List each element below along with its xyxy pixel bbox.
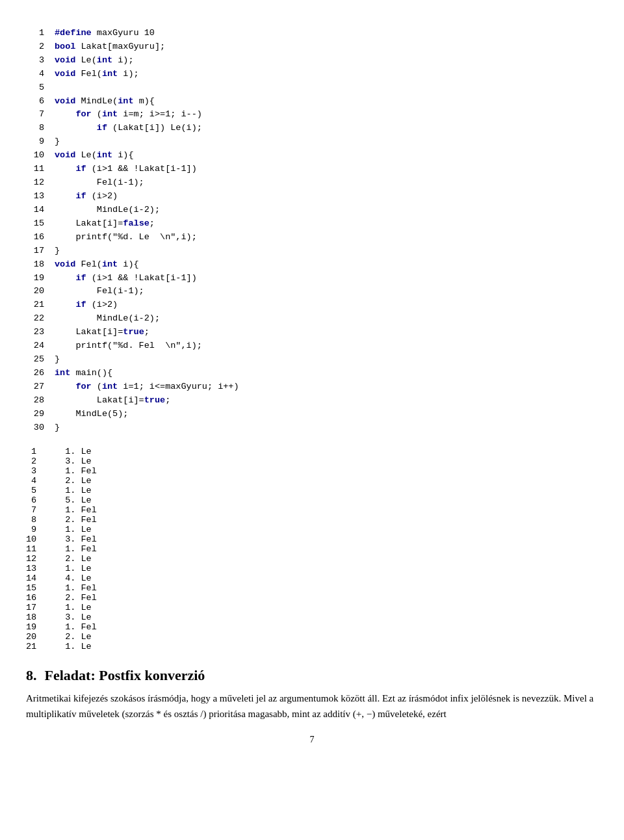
line-number: 18	[26, 258, 44, 272]
line-number: 5	[26, 81, 44, 95]
output-row-value: 1. Fel	[65, 505, 97, 515]
line-code: Lakat[i]=true;	[55, 326, 150, 339]
line-code: printf("%d. Fel \n",i);	[55, 339, 202, 353]
line-number: 16	[26, 231, 44, 244]
output-row-value: 3. Le	[65, 456, 97, 466]
code-line: 11 if (i>1 && !Lakat[i-1])	[26, 163, 598, 176]
output-row-number: 4	[26, 476, 39, 486]
code-line: 14 MindLe(i-2);	[26, 203, 598, 217]
line-number: 23	[26, 326, 44, 339]
line-number: 27	[26, 380, 44, 394]
line-code: void Fel(int i);	[55, 68, 139, 81]
line-code: int main(){	[55, 367, 112, 380]
code-line: 25}	[26, 353, 598, 367]
line-number: 12	[26, 176, 44, 190]
line-number: 6	[26, 95, 44, 109]
code-line: 18void Fel(int i){	[26, 258, 598, 272]
code-line: 17}	[26, 244, 598, 258]
line-code: #define maxGyuru 10	[55, 27, 155, 40]
line-code: printf("%d. Le \n",i);	[55, 231, 197, 244]
code-line: 15 Lakat[i]=false;	[26, 217, 598, 231]
code-line: 2bool Lakat[maxGyuru];	[26, 40, 598, 54]
output-row-value: 1. Le	[65, 564, 97, 573]
line-code: Fel(i-1);	[55, 176, 144, 190]
code-line: 28 Lakat[i]=true;	[26, 394, 598, 408]
output-row-number: 21	[26, 642, 39, 651]
line-number: 11	[26, 163, 44, 176]
line-code: if (i>1 && !Lakat[i-1])	[55, 163, 197, 176]
code-line: 4void Fel(int i);	[26, 68, 598, 81]
line-number: 22	[26, 312, 44, 326]
output-row-number: 1	[26, 447, 39, 456]
output-row-value: 1. Fel	[65, 622, 97, 632]
line-code: void Fel(int i){	[55, 258, 139, 272]
line-code: if (i>2)	[55, 190, 118, 203]
line-code: for (int i=m; i>=1; i--)	[55, 108, 202, 122]
output-row-number: 3	[26, 466, 39, 476]
code-line: 26int main(){	[26, 367, 598, 380]
output-block: 11. Le23. Le31. Fel42. Le51. Le65. Le71.…	[26, 447, 598, 651]
code-line: 23 Lakat[i]=true;	[26, 326, 598, 339]
output-row-number: 10	[26, 534, 39, 544]
output-row-number: 6	[26, 495, 39, 505]
output-row-value: 1. Le	[65, 486, 97, 495]
output-row-number: 9	[26, 525, 39, 534]
output-row-number: 7	[26, 505, 39, 515]
line-number: 17	[26, 244, 44, 258]
line-code: void Le(int i);	[55, 54, 134, 68]
line-code: if (Lakat[i]) Le(i);	[55, 122, 202, 135]
line-number: 7	[26, 108, 44, 122]
output-row-value: 3. Fel	[65, 534, 97, 544]
output-row-number: 13	[26, 564, 39, 573]
output-row-number: 20	[26, 632, 39, 642]
line-number: 25	[26, 353, 44, 367]
code-line: 27 for (int i=1; i<=maxGyuru; i++)	[26, 380, 598, 394]
line-code: MindLe(5);	[55, 408, 128, 421]
code-line: 3void Le(int i);	[26, 54, 598, 68]
code-line: 29 MindLe(5);	[26, 408, 598, 421]
code-block: 1#define maxGyuru 102bool Lakat[maxGyuru…	[26, 13, 598, 435]
code-line: 20 Fel(i-1);	[26, 285, 598, 298]
output-row-number: 15	[26, 583, 39, 593]
line-code: void Le(int i){	[55, 149, 134, 163]
code-line: 9}	[26, 135, 598, 149]
line-number: 26	[26, 367, 44, 380]
code-line: 16 printf("%d. Le \n",i);	[26, 231, 598, 244]
output-row-value: 4. Le	[65, 573, 97, 583]
line-number: 14	[26, 203, 44, 217]
line-number: 24	[26, 339, 44, 353]
output-row-value: 1. Fel	[65, 583, 97, 593]
output-row-value: 2. Le	[65, 554, 97, 564]
line-number: 4	[26, 68, 44, 81]
output-row-number: 11	[26, 544, 39, 554]
line-code: }	[55, 353, 60, 367]
output-row-value: 2. Le	[65, 632, 97, 642]
code-line: 13 if (i>2)	[26, 190, 598, 203]
line-code: for (int i=1; i<=maxGyuru; i++)	[55, 380, 239, 394]
line-code: }	[55, 244, 60, 258]
output-row-number: 16	[26, 593, 39, 603]
code-line: 1#define maxGyuru 10	[26, 27, 598, 40]
line-number: 10	[26, 149, 44, 163]
line-number: 30	[26, 421, 44, 435]
code-line: 24 printf("%d. Fel \n",i);	[26, 339, 598, 353]
line-code: Fel(i-1);	[55, 285, 144, 298]
line-code: bool Lakat[maxGyuru];	[55, 40, 165, 54]
code-line: 19 if (i>1 && !Lakat[i-1])	[26, 272, 598, 285]
output-row-value: 2. Le	[65, 476, 97, 486]
line-number: 9	[26, 135, 44, 149]
output-row-value: 5. Le	[65, 495, 97, 505]
section-number: 8.	[26, 667, 37, 684]
output-row-number: 18	[26, 612, 39, 622]
output-row-number: 12	[26, 554, 39, 564]
line-number: 28	[26, 394, 44, 408]
output-row-value: 1. Le	[65, 642, 97, 651]
output-row-number: 19	[26, 622, 39, 632]
code-line: 10void Le(int i){	[26, 149, 598, 163]
code-line: 30}	[26, 421, 598, 435]
line-number: 13	[26, 190, 44, 203]
line-code: }	[55, 421, 60, 435]
output-row-number: 14	[26, 573, 39, 583]
code-line: 21 if (i>2)	[26, 298, 598, 312]
line-number: 20	[26, 285, 44, 298]
